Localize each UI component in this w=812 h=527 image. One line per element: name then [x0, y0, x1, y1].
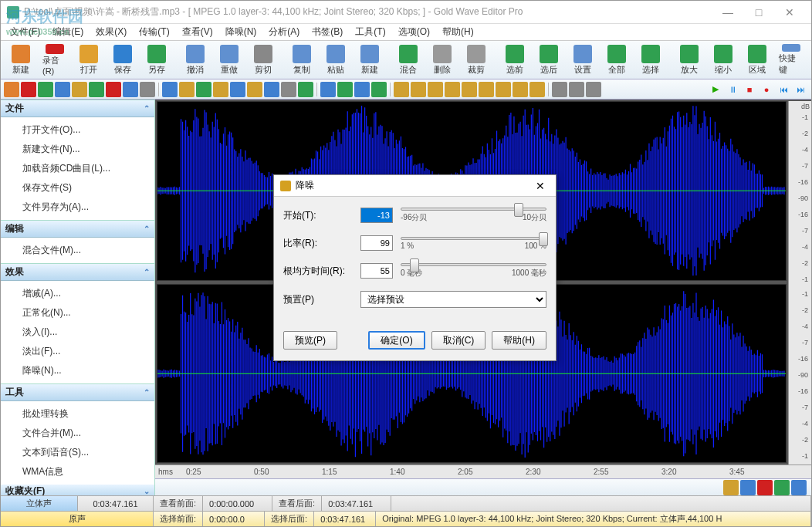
toolbar-button[interactable]: 保存 [106, 42, 140, 77]
tool-icon[interactable] [89, 82, 104, 97]
dialog-titlebar[interactable]: 降噪 ✕ [274, 175, 556, 197]
stop-button[interactable]: ■ [742, 82, 757, 97]
tool-icon[interactable] [72, 82, 87, 97]
menu-item[interactable]: 查看(V) [176, 24, 219, 40]
toolbar-button[interactable]: 录音(R) [38, 42, 72, 77]
ok-button[interactable]: 确定(O) [368, 331, 425, 350]
sidebar-item[interactable]: 文本到语音(S)... [1, 443, 154, 462]
tool-icon[interactable] [354, 82, 370, 97]
rms-input[interactable] [360, 263, 393, 279]
start-input[interactable] [360, 208, 393, 223]
play-button[interactable]: ▶ [708, 82, 723, 97]
toolbar-button[interactable]: 设置 [566, 42, 600, 77]
close-button[interactable]: ✕ [774, 2, 805, 23]
toolbar-button[interactable]: 混合 [391, 42, 425, 77]
sidebar-item[interactable]: 打开文件(O)... [1, 120, 154, 140]
menu-item[interactable]: 分析(A) [262, 24, 306, 40]
menu-item[interactable]: 工具(T) [349, 24, 391, 40]
sidebar-item[interactable]: 淡入(I)... [1, 323, 154, 342]
toolbar-button[interactable]: 新建 [353, 42, 387, 77]
tool-icon[interactable] [462, 82, 477, 97]
sidebar-item[interactable]: 加载音频CD曲目(L)... [1, 159, 154, 178]
toolbar-button[interactable]: 快捷键 [774, 42, 808, 77]
cancel-button[interactable]: 取消(C) [431, 331, 486, 350]
toolbar-button[interactable]: 区域 [740, 42, 774, 77]
rewind-icon[interactable]: ⏮ [776, 82, 791, 97]
tool-icon[interactable] [140, 82, 155, 97]
tool-icon[interactable] [445, 82, 460, 97]
menu-item[interactable]: 帮助(H) [436, 24, 480, 40]
pause-button[interactable]: ⏸ [725, 82, 740, 97]
menu-item[interactable]: 文件(F) [4, 24, 46, 40]
sidebar-item[interactable]: 淡出(F)... [1, 342, 154, 361]
menu-item[interactable]: 降噪(N) [219, 24, 263, 40]
toolbar-button[interactable]: 复制 [285, 42, 319, 77]
menu-item[interactable]: 选项(O) [392, 24, 436, 40]
tool-icon[interactable] [496, 82, 511, 97]
toolbar-button[interactable]: 粘贴 [319, 42, 353, 77]
tool-icon[interactable] [320, 82, 336, 97]
tool-icon[interactable] [394, 82, 409, 97]
toolbar-button[interactable]: 打开 [72, 42, 106, 77]
menu-item[interactable]: 效果(X) [90, 24, 133, 40]
record-button[interactable]: ● [759, 82, 774, 97]
sidebar-item[interactable]: 文件合并(M)... [1, 424, 154, 443]
sidebar-section-header[interactable]: 文件⌃ [1, 100, 154, 117]
toolbar-button[interactable]: 选后 [532, 42, 566, 77]
toolbar-button[interactable]: 放大 [672, 42, 706, 77]
tool-icon[interactable] [196, 82, 211, 97]
tool-icon[interactable] [479, 82, 494, 97]
tool-icon[interactable] [411, 82, 426, 97]
tool-icon[interactable] [371, 82, 387, 97]
tool-icon[interactable] [264, 82, 279, 97]
zoom-in-icon[interactable] [723, 480, 739, 495]
settings-icon[interactable] [791, 480, 807, 495]
tool-icon[interactable] [162, 82, 178, 97]
marker-icon[interactable] [757, 480, 773, 495]
zoom-out-icon[interactable] [740, 480, 756, 495]
toolbar-button[interactable]: 全部 [600, 42, 634, 77]
timeline[interactable]: hms0:250:501:151:402:052:302:553:203:45 [155, 465, 811, 478]
toolbar-button[interactable]: 选择 [634, 42, 668, 77]
toolbar-button[interactable]: 剪切 [246, 42, 280, 77]
help-button[interactable]: 帮助(H) [492, 331, 546, 350]
sidebar-item[interactable]: 批处理转换 [1, 404, 154, 424]
tool-icon[interactable] [21, 82, 36, 97]
tool-icon[interactable] [247, 82, 262, 97]
flag-icon[interactable] [774, 480, 790, 495]
tool-icon[interactable] [281, 82, 296, 97]
forward-icon[interactable]: ⏭ [793, 82, 808, 97]
rms-slider[interactable] [401, 263, 546, 266]
rate-input[interactable] [360, 235, 393, 251]
toolbar-button[interactable]: 裁剪 [459, 42, 493, 77]
tool-icon[interactable] [552, 82, 567, 97]
start-slider[interactable] [401, 208, 546, 211]
rate-slider[interactable] [401, 237, 546, 240]
toolbar-button[interactable]: 删除 [425, 42, 459, 77]
dialog-close-button[interactable]: ✕ [531, 178, 550, 194]
tool-icon[interactable] [38, 82, 53, 97]
sidebar-item[interactable]: 降噪(N)... [1, 361, 154, 380]
tool-icon[interactable] [586, 82, 601, 97]
preset-select[interactable]: 选择预设 [360, 291, 546, 308]
toolbar-button[interactable]: 缩小 [706, 42, 740, 77]
tool-icon[interactable] [337, 82, 353, 97]
tool-icon[interactable] [4, 82, 19, 97]
sidebar-section-header[interactable]: 效果⌃ [1, 264, 154, 281]
sidebar-section-header[interactable]: 编辑⌃ [1, 221, 154, 238]
tool-icon[interactable] [123, 82, 138, 97]
toolbar-button[interactable]: 选前 [498, 42, 532, 77]
tool-icon[interactable] [213, 82, 228, 97]
tool-icon[interactable] [106, 82, 121, 97]
sidebar-item[interactable]: 新建文件(N)... [1, 140, 154, 159]
sidebar-item[interactable]: WMA信息 [1, 462, 154, 481]
tool-icon[interactable] [298, 82, 313, 97]
sidebar-item[interactable]: 文件另存为(A)... [1, 198, 154, 217]
tool-icon[interactable] [569, 82, 584, 97]
menu-item[interactable]: 传输(T) [133, 24, 175, 40]
minimize-button[interactable]: — [712, 2, 743, 23]
tool-icon[interactable] [55, 82, 70, 97]
sidebar-item[interactable]: 混合文件(M)... [1, 241, 154, 260]
tool-icon[interactable] [529, 82, 545, 97]
toolbar-button[interactable]: 新建 [4, 42, 38, 77]
